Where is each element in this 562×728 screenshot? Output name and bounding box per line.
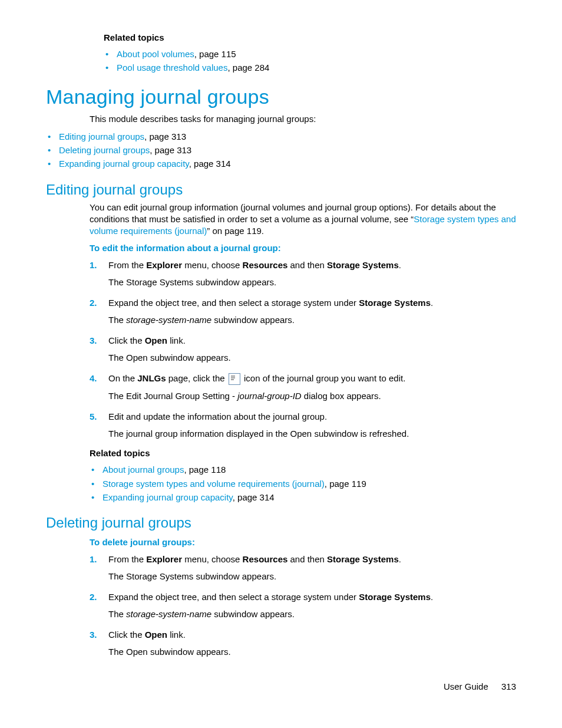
list-item: Expanding journal group capacity, page 3…	[46, 157, 516, 170]
step-result: The Storage Systems subwindow appears.	[108, 276, 516, 288]
variable: journal-group-ID	[237, 391, 301, 401]
page-footer: User Guide 313	[444, 681, 516, 691]
ui-label: Storage Systems	[359, 592, 431, 602]
section-title: Managing journal groups	[46, 85, 516, 108]
xref-link[interactable]: Expanding journal group capacity	[59, 159, 189, 169]
step-text: From the	[108, 554, 146, 564]
intro-text: This module describes tasks for managing…	[90, 113, 516, 125]
step-result: The Open subwindow appears.	[108, 351, 516, 364]
tail: , page 313	[150, 145, 191, 155]
edit-icon	[229, 373, 240, 385]
step-text: menu, choose	[182, 554, 243, 564]
tail: , page 119	[325, 479, 366, 489]
list-item: Expanding journal group capacity, page 3…	[90, 490, 516, 504]
tail: , page 314	[233, 492, 275, 502]
step-text: Click the	[108, 630, 145, 640]
step-result: The Open subwindow appears.	[108, 645, 516, 658]
step-result: The Edit Journal Group Setting - journal…	[108, 390, 516, 402]
tail: , page 284	[227, 62, 269, 73]
subsection-title-editing: Editing journal groups	[46, 182, 516, 198]
tail: , page 115	[194, 49, 236, 59]
xref-link[interactable]: Deleting journal groups	[59, 145, 150, 155]
procedure-title-edit: To edit the information about a journal …	[90, 243, 516, 253]
step-item: From the Explorer menu, choose Resources…	[90, 259, 516, 288]
ui-label: Open	[145, 630, 167, 640]
ui-label: Storage Systems	[359, 298, 431, 308]
step-item: Edit and update the information about th…	[90, 410, 516, 440]
step-item: Click the Open link. The Open subwindow …	[90, 628, 516, 658]
sub-text: The	[108, 609, 126, 619]
step-item: Expand the object tree, and then select …	[90, 591, 516, 620]
list-item: Storage system types and volume requirem…	[90, 477, 516, 490]
step-text: and then	[287, 260, 327, 270]
xref-link[interactable]: Editing journal groups	[59, 131, 144, 141]
step-result: The journal group information displayed …	[108, 427, 516, 440]
tail: , page 313	[144, 131, 186, 141]
step-text: On the	[108, 373, 137, 383]
step-text: link.	[167, 630, 186, 640]
step-text: Expand the object tree, and then select …	[108, 592, 359, 602]
variable: storage-system-name	[126, 315, 211, 325]
step-text: Edit and update the information about th…	[108, 411, 327, 421]
tail: , page 118	[184, 465, 226, 475]
list-item: About journal groups, page 118	[90, 463, 516, 476]
step-result: The storage-system-name subwindow appear…	[108, 608, 516, 620]
step-text: and then	[287, 554, 327, 564]
related-heading: Related topics	[90, 448, 516, 458]
xref-link[interactable]: About pool volumes	[117, 49, 194, 59]
xref-link[interactable]: Storage system types and volume requirem…	[103, 479, 325, 489]
xref-link[interactable]: Expanding journal group capacity	[103, 492, 233, 502]
list-item: Deleting journal groups, page 313	[46, 143, 516, 157]
related-heading: Related topics	[104, 32, 516, 42]
sub-text: dialog box appears.	[302, 391, 381, 401]
related-list: About pool volumes, page 115 Pool usage …	[104, 47, 516, 75]
step-result: The storage-system-name subwindow appear…	[108, 314, 516, 326]
delete-steps: From the Explorer menu, choose Resources…	[90, 553, 516, 658]
step-text: .	[399, 554, 401, 564]
ui-label: Storage Systems	[327, 554, 399, 564]
subsection-title-deleting: Deleting journal groups	[46, 515, 516, 531]
footer-label: User Guide	[444, 681, 488, 691]
step-result: The Storage Systems subwindow appears.	[108, 570, 516, 582]
module-list: Editing journal groups, page 313 Deletin…	[46, 130, 516, 171]
xref-link[interactable]: Pool usage threshold values	[117, 62, 227, 73]
step-item: From the Explorer menu, choose Resources…	[90, 553, 516, 582]
para-text: ” on page 119.	[207, 226, 264, 236]
list-item: Editing journal groups, page 313	[46, 130, 516, 143]
step-item: Expand the object tree, and then select …	[90, 297, 516, 326]
ui-label: Resources	[243, 260, 288, 270]
edit-steps: From the Explorer menu, choose Resources…	[90, 259, 516, 440]
step-text: Expand the object tree, and then select …	[108, 298, 359, 308]
step-text: Click the	[108, 335, 145, 345]
editing-paragraph: You can edit journal group information (…	[90, 202, 516, 238]
ui-label: Open	[145, 335, 167, 345]
step-text: .	[399, 260, 401, 270]
procedure-title-delete: To delete journal groups:	[90, 537, 516, 547]
xref-link[interactable]: About journal groups	[103, 465, 184, 475]
tail: , page 314	[189, 159, 231, 169]
sub-text: subwindow appears.	[211, 609, 295, 619]
list-item: About pool volumes, page 115	[104, 47, 516, 61]
ui-label: Explorer	[146, 554, 182, 564]
related-topics-editing: Related topics About journal groups, pag…	[90, 448, 516, 504]
page-number: 313	[501, 681, 516, 691]
sub-text: The	[108, 315, 126, 325]
step-text: .	[431, 298, 433, 308]
sub-text: The Edit Journal Group Setting -	[108, 391, 237, 401]
list-item: Pool usage threshold values, page 284	[104, 61, 516, 74]
related-topics-top: Related topics About pool volumes, page …	[104, 32, 516, 75]
related-list: About journal groups, page 118 Storage s…	[90, 463, 516, 504]
ui-label: Storage Systems	[327, 260, 399, 270]
sub-text: subwindow appears.	[211, 315, 295, 325]
step-text: From the	[108, 260, 146, 270]
step-text: menu, choose	[182, 260, 243, 270]
step-text: .	[431, 592, 433, 602]
variable: storage-system-name	[126, 609, 211, 619]
step-text: icon of the journal group you want to ed…	[244, 373, 405, 383]
ui-label: Resources	[243, 554, 288, 564]
ui-label: Explorer	[146, 260, 182, 270]
step-text: page, click the	[166, 373, 227, 383]
step-item: On the JNLGs page, click the icon of the…	[90, 372, 516, 402]
step-text: link.	[167, 335, 186, 345]
ui-label: JNLGs	[137, 373, 166, 383]
